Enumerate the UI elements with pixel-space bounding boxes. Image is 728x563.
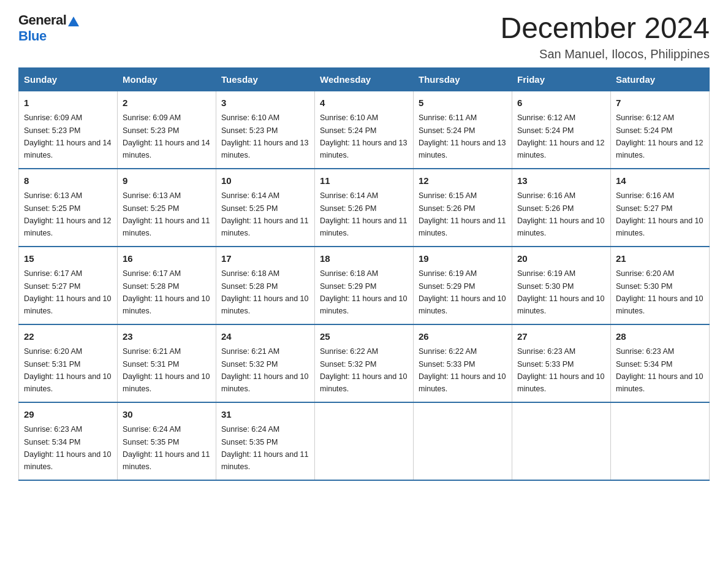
calendar-day-cell: 22 Sunrise: 6:20 AMSunset: 5:31 PMDaylig… <box>19 324 118 402</box>
day-number: 12 <box>419 174 507 188</box>
page-header: General Blue December 2024 San Manuel, I… <box>18 12 710 61</box>
calendar-day-cell: 6 Sunrise: 6:12 AMSunset: 5:24 PMDayligh… <box>512 91 611 169</box>
title-area: December 2024 San Manuel, Ilocos, Philip… <box>500 12 710 61</box>
day-info: Sunrise: 6:13 AMSunset: 5:25 PMDaylight:… <box>123 191 210 237</box>
day-number: 27 <box>517 330 605 344</box>
day-number: 18 <box>320 252 408 266</box>
calendar-day-cell: 1 Sunrise: 6:09 AMSunset: 5:23 PMDayligh… <box>19 91 118 169</box>
calendar-day-header: Wednesday <box>315 67 414 91</box>
calendar-day-cell <box>315 402 414 480</box>
day-number: 9 <box>123 174 211 188</box>
day-info: Sunrise: 6:23 AMSunset: 5:34 PMDaylight:… <box>616 347 703 393</box>
logo-area: General Blue <box>18 12 79 45</box>
calendar-day-cell: 27 Sunrise: 6:23 AMSunset: 5:33 PMDaylig… <box>512 324 611 402</box>
location-title: San Manuel, Ilocos, Philippines <box>500 47 710 61</box>
day-info: Sunrise: 6:18 AMSunset: 5:28 PMDaylight:… <box>221 269 308 315</box>
calendar-day-cell: 20 Sunrise: 6:19 AMSunset: 5:30 PMDaylig… <box>512 247 611 324</box>
day-number: 13 <box>517 174 605 188</box>
day-info: Sunrise: 6:11 AMSunset: 5:24 PMDaylight:… <box>419 113 506 159</box>
calendar-day-cell: 18 Sunrise: 6:18 AMSunset: 5:29 PMDaylig… <box>315 247 414 324</box>
day-number: 21 <box>616 252 704 266</box>
day-info: Sunrise: 6:24 AMSunset: 5:35 PMDaylight:… <box>221 425 308 471</box>
calendar-day-cell <box>414 402 512 480</box>
logo-blue-text: Blue <box>18 28 47 44</box>
logo-triangle-icon <box>68 17 79 26</box>
calendar-day-header: Saturday <box>611 67 710 91</box>
calendar-day-cell <box>611 402 710 480</box>
calendar-day-cell: 15 Sunrise: 6:17 AMSunset: 5:27 PMDaylig… <box>19 247 118 324</box>
day-info: Sunrise: 6:19 AMSunset: 5:29 PMDaylight:… <box>419 269 506 315</box>
day-number: 7 <box>616 96 704 110</box>
day-number: 19 <box>419 252 507 266</box>
logo-general-text: General <box>18 12 66 28</box>
day-number: 14 <box>616 174 704 188</box>
day-number: 16 <box>123 252 211 266</box>
day-info: Sunrise: 6:10 AMSunset: 5:23 PMDaylight:… <box>221 113 308 159</box>
day-info: Sunrise: 6:13 AMSunset: 5:25 PMDaylight:… <box>24 191 111 237</box>
calendar-day-header: Monday <box>118 67 216 91</box>
day-info: Sunrise: 6:19 AMSunset: 5:30 PMDaylight:… <box>517 269 604 315</box>
calendar-week-row: 29 Sunrise: 6:23 AMSunset: 5:34 PMDaylig… <box>19 402 710 480</box>
day-number: 2 <box>123 96 211 110</box>
day-number: 10 <box>221 174 309 188</box>
day-info: Sunrise: 6:18 AMSunset: 5:29 PMDaylight:… <box>320 269 407 315</box>
calendar-day-cell: 14 Sunrise: 6:16 AMSunset: 5:27 PMDaylig… <box>611 169 710 247</box>
day-info: Sunrise: 6:14 AMSunset: 5:26 PMDaylight:… <box>320 191 407 237</box>
day-number: 24 <box>221 330 309 344</box>
day-info: Sunrise: 6:16 AMSunset: 5:26 PMDaylight:… <box>517 191 604 237</box>
calendar-day-cell: 12 Sunrise: 6:15 AMSunset: 5:26 PMDaylig… <box>414 169 512 247</box>
calendar-day-cell: 11 Sunrise: 6:14 AMSunset: 5:26 PMDaylig… <box>315 169 414 247</box>
day-number: 8 <box>24 174 112 188</box>
calendar-day-cell: 17 Sunrise: 6:18 AMSunset: 5:28 PMDaylig… <box>216 247 315 324</box>
day-number: 6 <box>517 96 605 110</box>
calendar-day-cell: 7 Sunrise: 6:12 AMSunset: 5:24 PMDayligh… <box>611 91 710 169</box>
day-number: 20 <box>517 252 605 266</box>
calendar-day-cell: 21 Sunrise: 6:20 AMSunset: 5:30 PMDaylig… <box>611 247 710 324</box>
day-info: Sunrise: 6:23 AMSunset: 5:33 PMDaylight:… <box>517 347 604 393</box>
calendar-day-cell: 2 Sunrise: 6:09 AMSunset: 5:23 PMDayligh… <box>118 91 216 169</box>
day-number: 22 <box>24 330 112 344</box>
calendar-day-cell: 8 Sunrise: 6:13 AMSunset: 5:25 PMDayligh… <box>19 169 118 247</box>
day-info: Sunrise: 6:17 AMSunset: 5:28 PMDaylight:… <box>123 269 210 315</box>
calendar-table: SundayMondayTuesdayWednesdayThursdayFrid… <box>18 67 710 481</box>
calendar-day-header: Tuesday <box>216 67 315 91</box>
day-number: 5 <box>419 96 507 110</box>
calendar-day-cell: 9 Sunrise: 6:13 AMSunset: 5:25 PMDayligh… <box>118 169 216 247</box>
calendar-day-header: Friday <box>512 67 611 91</box>
day-number: 15 <box>24 252 112 266</box>
day-info: Sunrise: 6:10 AMSunset: 5:24 PMDaylight:… <box>320 113 407 159</box>
day-info: Sunrise: 6:09 AMSunset: 5:23 PMDaylight:… <box>123 113 210 159</box>
day-number: 28 <box>616 330 704 344</box>
day-number: 17 <box>221 252 309 266</box>
calendar-header-row: SundayMondayTuesdayWednesdayThursdayFrid… <box>19 67 710 91</box>
calendar-day-cell: 4 Sunrise: 6:10 AMSunset: 5:24 PMDayligh… <box>315 91 414 169</box>
calendar-week-row: 15 Sunrise: 6:17 AMSunset: 5:27 PMDaylig… <box>19 247 710 324</box>
calendar-day-cell: 13 Sunrise: 6:16 AMSunset: 5:26 PMDaylig… <box>512 169 611 247</box>
day-info: Sunrise: 6:15 AMSunset: 5:26 PMDaylight:… <box>419 191 506 237</box>
day-info: Sunrise: 6:24 AMSunset: 5:35 PMDaylight:… <box>123 425 210 471</box>
calendar-day-cell: 23 Sunrise: 6:21 AMSunset: 5:31 PMDaylig… <box>118 324 216 402</box>
day-number: 1 <box>24 96 112 110</box>
calendar-week-row: 1 Sunrise: 6:09 AMSunset: 5:23 PMDayligh… <box>19 91 710 169</box>
day-number: 29 <box>24 408 112 422</box>
day-info: Sunrise: 6:16 AMSunset: 5:27 PMDaylight:… <box>616 191 703 237</box>
calendar-day-cell: 10 Sunrise: 6:14 AMSunset: 5:25 PMDaylig… <box>216 169 315 247</box>
calendar-day-header: Thursday <box>414 67 512 91</box>
day-info: Sunrise: 6:21 AMSunset: 5:31 PMDaylight:… <box>123 347 210 393</box>
day-number: 25 <box>320 330 408 344</box>
day-info: Sunrise: 6:22 AMSunset: 5:33 PMDaylight:… <box>419 347 506 393</box>
day-info: Sunrise: 6:22 AMSunset: 5:32 PMDaylight:… <box>320 347 407 393</box>
day-number: 23 <box>123 330 211 344</box>
calendar-week-row: 8 Sunrise: 6:13 AMSunset: 5:25 PMDayligh… <box>19 169 710 247</box>
day-number: 3 <box>221 96 309 110</box>
day-info: Sunrise: 6:12 AMSunset: 5:24 PMDaylight:… <box>517 113 604 159</box>
day-info: Sunrise: 6:23 AMSunset: 5:34 PMDaylight:… <box>24 425 111 471</box>
calendar-day-header: Sunday <box>19 67 118 91</box>
day-number: 4 <box>320 96 408 110</box>
day-number: 11 <box>320 174 408 188</box>
calendar-day-cell: 16 Sunrise: 6:17 AMSunset: 5:28 PMDaylig… <box>118 247 216 324</box>
calendar-day-cell: 28 Sunrise: 6:23 AMSunset: 5:34 PMDaylig… <box>611 324 710 402</box>
day-info: Sunrise: 6:12 AMSunset: 5:24 PMDaylight:… <box>616 113 703 159</box>
day-info: Sunrise: 6:21 AMSunset: 5:32 PMDaylight:… <box>221 347 308 393</box>
calendar-day-cell: 30 Sunrise: 6:24 AMSunset: 5:35 PMDaylig… <box>118 402 216 480</box>
